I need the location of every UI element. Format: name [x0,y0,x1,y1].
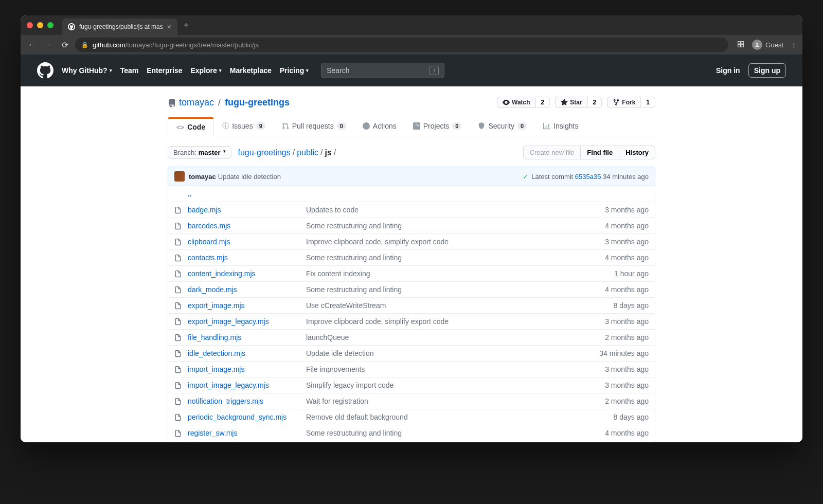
file-icon [174,349,183,357]
file-row: import_image.mjsFile improvements3 month… [168,361,655,377]
tab-projects[interactable]: Projects 0 [405,117,470,136]
forward-button[interactable]: → [42,40,55,49]
file-icon [174,238,183,246]
github-logo-icon[interactable] [37,62,53,79]
create-file-button[interactable]: Create new file [523,146,581,159]
repo-nav: <> Code ⓘ Issues 9 Pull requests 0 Actio… [168,117,655,136]
star-count[interactable]: 2 [587,97,602,108]
watch-count[interactable]: 2 [535,97,550,108]
sign-in-link[interactable]: Sign in [716,66,740,75]
repo-name-link[interactable]: fugu-greetings [225,97,290,108]
tab-pull-requests[interactable]: Pull requests 0 [274,117,354,136]
window-maximize-button[interactable] [47,22,53,28]
extensions-icon[interactable] [737,40,745,50]
file-name-link[interactable]: contacts.mjs [188,254,228,262]
profile-button[interactable]: Guest [752,40,783,50]
tab-close-icon[interactable]: × [167,23,171,31]
nav-team[interactable]: Team [120,66,139,75]
history-button[interactable]: History [619,146,655,159]
github-favicon-icon [68,23,75,30]
commit-message[interactable]: Update idle detection [218,173,281,181]
file-name-link[interactable]: import_image.mjs [188,365,244,373]
commit-message-link[interactable]: Some restructuring and linting [306,285,605,294]
file-name-link[interactable]: idle_detection.mjs [188,349,245,357]
address-bar[interactable]: 🔒 github.com/tomayac/fugu-greetings/tree… [75,38,728,52]
file-name-link[interactable]: export_image_legacy.mjs [188,317,269,326]
commit-message-link[interactable]: Improve clipboard code, simplify export … [306,238,605,246]
commit-message-link[interactable]: File improvements [306,365,605,373]
commit-message-link[interactable]: Some restructuring and linting [306,222,605,230]
url-domain: github.com [93,41,126,49]
chevron-down-icon: ▾ [306,68,309,73]
watch-button[interactable]: Watch [497,97,535,108]
commit-message-link[interactable]: launchQueue [306,333,605,341]
file-name-link[interactable]: export_image.mjs [188,301,245,310]
nav-enterprise[interactable]: Enterprise [147,66,182,75]
nav-marketplace[interactable]: Marketplace [230,66,272,75]
latest-commit-label: Latest commit [531,173,573,181]
tab-actions[interactable]: Actions [354,117,405,136]
lock-icon: 🔒 [81,42,88,48]
github-header: Why GitHub?▾ Team Enterprise Explore▾ Ma… [21,55,802,86]
file-icon [174,254,183,262]
nav-explore[interactable]: Explore▾ [190,66,221,75]
file-name-link[interactable]: barcodes.mjs [188,222,230,230]
author-avatar[interactable] [174,171,185,182]
file-name-link[interactable]: file_handling.mjs [188,333,241,341]
file-name-link[interactable]: badge.mjs [188,206,221,214]
fork-count[interactable]: 1 [640,97,655,108]
file-icon [174,222,183,230]
tab-insights[interactable]: Insights [535,117,586,136]
svg-rect-1 [741,41,744,44]
commit-message-link[interactable]: Some restructuring and linting [306,429,605,437]
tab-issues[interactable]: ⓘ Issues 9 [214,117,274,136]
repo-owner-link[interactable]: tomayac [179,97,214,108]
branch-select-button[interactable]: Branch: master ▾ [168,146,231,159]
commit-message-link[interactable]: Use cCreateWriteStream [306,301,614,310]
commit-message-link[interactable]: Fix content indexing [306,269,614,278]
tab-code[interactable]: <> Code [168,117,214,136]
file-age: 1 hour ago [614,269,649,278]
commit-message-link[interactable]: Improve clipboard code, simplify export … [306,317,605,326]
browser-menu-icon[interactable]: ⋮ [791,41,797,49]
file-age: 8 days ago [614,301,649,310]
window-minimize-button[interactable] [37,22,43,28]
commit-message-link[interactable]: Some restructuring and linting [306,254,605,262]
find-file-button[interactable]: Find file [581,146,619,159]
commit-message-link[interactable]: Wait for registration [306,397,605,405]
file-name-link[interactable]: clipboard.mjs [188,238,230,246]
tab-security[interactable]: Security 0 [470,117,535,136]
parent-directory-link[interactable]: .. [188,190,192,198]
file-name-link[interactable]: dark_mode.mjs [188,285,237,294]
parent-directory-row[interactable]: .. [168,186,655,202]
sign-up-button[interactable]: Sign up [748,63,786,78]
file-name-link[interactable]: content_indexing.mjs [188,269,256,278]
file-icon [174,301,183,310]
file-name-link[interactable]: notification_triggers.mjs [188,397,263,405]
back-button[interactable]: ← [26,40,38,49]
reload-button[interactable]: ⟳ [59,40,71,50]
file-row: export_image.mjsUse cCreateWriteStream8 … [168,297,655,313]
window-close-button[interactable] [27,22,33,28]
commit-message-link[interactable]: Updates to code [306,206,605,214]
github-search-input[interactable]: Search / [321,63,444,78]
file-row: export_image_legacy.mjsImprove clipboard… [168,313,655,329]
crumb-public[interactable]: public [297,148,318,157]
browser-tab[interactable]: fugu-greetings/public/js at mas × [62,19,177,35]
file-name-link[interactable]: import_image_legacy.mjs [188,381,269,389]
browser-titlebar: fugu-greetings/public/js at mas × + [21,15,802,35]
commit-message-link[interactable]: Update idle detection [306,349,599,357]
commit-sha[interactable]: 6535a35 [575,173,601,181]
nav-pricing[interactable]: Pricing▾ [280,66,309,75]
crumb-root[interactable]: fugu-greetings [238,148,290,157]
commit-author[interactable]: tomayac [189,173,216,181]
file-name-link[interactable]: periodic_background_sync.mjs [188,413,287,421]
commit-message-link[interactable]: Remove old default background [306,413,614,421]
commit-message-link[interactable]: Simplify legacy import code [306,381,605,389]
new-tab-button[interactable]: + [184,21,188,30]
nav-why-github[interactable]: Why GitHub?▾ [62,66,112,75]
file-name-link[interactable]: register_sw.mjs [188,429,237,437]
star-button[interactable]: Star [555,97,587,108]
fork-button[interactable]: Fork [607,97,640,108]
project-icon [413,122,420,130]
